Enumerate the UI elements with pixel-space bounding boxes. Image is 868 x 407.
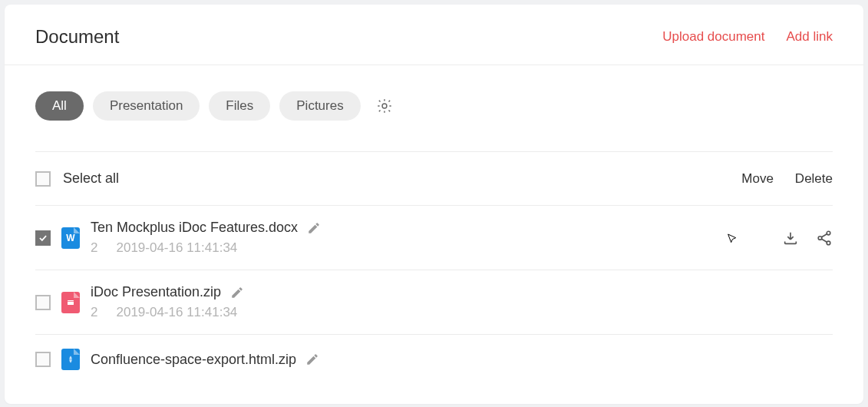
- file-count: 2: [91, 240, 97, 256]
- list-toolbar: Select all Move Delete: [35, 152, 833, 206]
- row-checkbox[interactable]: [35, 230, 51, 246]
- move-button[interactable]: Move: [741, 171, 774, 187]
- file-row[interactable]: iDoc Presentation.zip 2 2019-04-16 11:41…: [35, 270, 833, 335]
- header: Document Upload document Add link: [5, 5, 863, 65]
- svg-point-3: [827, 241, 830, 245]
- select-all-label: Select all: [63, 170, 119, 187]
- file-name: Confluence-space-export.html.zip: [91, 352, 296, 368]
- file-date: 2019-04-16 11:41:34: [116, 240, 237, 256]
- select-all-checkbox[interactable]: [35, 171, 51, 187]
- tab-presentation[interactable]: Presentation: [93, 91, 200, 121]
- word-file-icon: W: [61, 227, 80, 249]
- delete-button[interactable]: Delete: [795, 171, 833, 187]
- tab-files[interactable]: Files: [209, 91, 270, 121]
- file-row[interactable]: Confluence-space-export.html.zip: [35, 335, 833, 384]
- zip-file-icon: [61, 292, 80, 313]
- add-link-link[interactable]: Add link: [787, 29, 833, 45]
- file-row[interactable]: W Ten Mockplus iDoc Features.docx 2 2019…: [35, 206, 833, 270]
- rename-icon[interactable]: [307, 221, 321, 235]
- row-checkbox[interactable]: [35, 352, 51, 367]
- rename-icon[interactable]: [305, 352, 319, 366]
- download-icon[interactable]: [782, 230, 799, 247]
- svg-rect-4: [68, 300, 74, 305]
- gear-icon[interactable]: [376, 98, 393, 114]
- svg-point-0: [382, 104, 387, 108]
- row-checkbox[interactable]: [35, 295, 51, 310]
- file-name: iDoc Presentation.zip: [91, 284, 221, 300]
- file-date: 2019-04-16 11:41:34: [116, 305, 237, 320]
- document-panel: Document Upload document Add link All Pr…: [5, 5, 863, 404]
- page-title: Document: [35, 26, 119, 48]
- svg-point-2: [818, 236, 822, 240]
- rename-icon[interactable]: [230, 286, 244, 299]
- html-zip-file-icon: [61, 349, 80, 370]
- file-name: Ten Mockplus iDoc Features.docx: [91, 220, 298, 236]
- tab-pictures[interactable]: Pictures: [279, 91, 360, 121]
- filter-tabs: All Presentation Files Pictures: [35, 91, 833, 121]
- file-count: 2: [91, 305, 97, 320]
- share-icon[interactable]: [816, 230, 833, 247]
- tab-all[interactable]: All: [35, 91, 84, 121]
- upload-document-link[interactable]: Upload document: [662, 29, 764, 45]
- header-actions: Upload document Add link: [662, 29, 833, 45]
- svg-point-1: [827, 231, 830, 235]
